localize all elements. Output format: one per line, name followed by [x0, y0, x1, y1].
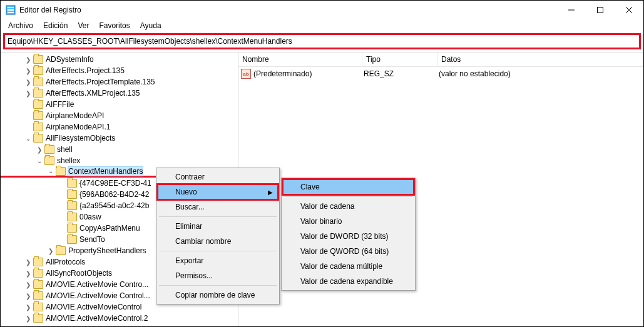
folder-icon [33, 123, 43, 131]
folder-icon [56, 167, 66, 176]
expand-icon[interactable] [23, 113, 33, 119]
tree-item[interactable]: AIFFFile [1, 99, 238, 110]
svg-rect-5 [598, 8, 603, 13]
minimize-button[interactable] [557, 1, 586, 19]
expand-icon[interactable]: ❯ [23, 270, 33, 277]
folder-icon [33, 78, 43, 86]
folder-icon [67, 235, 77, 244]
ctx-copy-key-name[interactable]: Copiar nombre de clave [158, 288, 278, 303]
ctx-permissions[interactable]: Permisos... [158, 268, 278, 283]
ctx-new-string[interactable]: Valor de cadena [283, 199, 414, 214]
folder-icon [33, 291, 43, 300]
expand-icon[interactable]: ❯ [23, 68, 33, 74]
folder-icon [44, 156, 54, 165]
folder-icon [67, 179, 77, 188]
tree-item[interactable]: ⌄AllFilesystemObjects [1, 133, 238, 144]
separator [159, 251, 277, 251]
folder-icon [33, 269, 43, 278]
menu-help[interactable]: Ayuda [135, 20, 166, 31]
folder-icon [33, 303, 43, 311]
folder-icon [33, 280, 43, 289]
tree-item[interactable]: ❯shell [1, 144, 238, 155]
ctx-new[interactable]: Nuevo▶ [158, 184, 278, 199]
folder-icon [33, 111, 43, 120]
expand-icon[interactable]: ❯ [23, 293, 33, 299]
folder-icon [67, 201, 77, 210]
svg-rect-2 [8, 9, 14, 11]
ctx-rename[interactable]: Cambiar nombre [158, 234, 278, 249]
address-text: Equipo\HKEY_CLASSES_ROOT\AllFilesystemOb… [8, 37, 292, 46]
string-value-icon: ab [241, 69, 251, 79]
ctx-new-dword[interactable]: Valor de DWORD (32 bits) [283, 229, 414, 244]
tree-item[interactable]: ❯AfterEffects.XMLProject.135 [1, 88, 238, 99]
menu-file[interactable]: Archivo [3, 20, 38, 31]
ctx-new-binary[interactable]: Valor binario [283, 214, 414, 229]
menu-bar: Archivo Edición Ver Favoritos Ayuda [1, 19, 643, 32]
ctx-delete[interactable]: Eliminar [158, 219, 278, 234]
expand-icon[interactable]: ❯ [23, 304, 33, 311]
value-name: (Predeterminado) [253, 69, 364, 78]
expand-icon[interactable]: ❯ [23, 281, 33, 288]
svg-rect-3 [8, 12, 14, 13]
folder-icon [33, 100, 43, 109]
expand-icon[interactable]: ❯ [23, 259, 33, 266]
tree-item[interactable]: ❯AfterEffects.Project.135 [1, 65, 238, 76]
folder-icon [33, 258, 43, 266]
context-menu: Contraer Nuevo▶ Buscar... Eliminar Cambi… [156, 168, 280, 304]
expand-icon[interactable]: ❯ [34, 146, 44, 153]
expand-icon[interactable]: ❯ [23, 56, 33, 63]
ctx-export[interactable]: Exportar [158, 253, 278, 268]
tree-item[interactable]: ❯AMOVIE.ActiveMovieControl.2 [1, 313, 238, 324]
tree-item[interactable]: AirplaneModeAPI [1, 110, 238, 121]
title-bar: Editor del Registro [1, 1, 643, 19]
ctx-collapse[interactable]: Contraer [158, 169, 278, 184]
value-type: REG_SZ [364, 69, 439, 78]
close-button[interactable] [615, 1, 643, 19]
ctx-find[interactable]: Buscar... [158, 199, 278, 214]
ctx-new-qword[interactable]: Valor de QWORD (64 bits) [283, 244, 414, 259]
expand-icon[interactable]: ❯ [23, 315, 33, 322]
tree-item[interactable]: ❯AfterEffects.ProjectTemplate.135 [1, 76, 238, 88]
separator [159, 216, 277, 217]
expand-icon[interactable]: ❯ [23, 90, 33, 97]
collapse-icon[interactable]: ⌄ [23, 135, 33, 142]
folder-icon [67, 190, 77, 199]
separator [284, 196, 412, 197]
ctx-new-key[interactable]: Clave [283, 179, 414, 194]
folder-icon [67, 213, 77, 221]
expand-icon[interactable] [23, 101, 33, 108]
address-bar[interactable]: Equipo\HKEY_CLASSES_ROOT\AllFilesystemOb… [3, 33, 641, 49]
folder-icon [56, 246, 66, 255]
submenu-arrow-icon: ▶ [268, 189, 273, 196]
folder-icon [33, 314, 43, 323]
folder-icon [33, 55, 43, 64]
col-type[interactable]: Tipo [362, 53, 437, 66]
tree-item[interactable]: AirplaneModeAPI.1 [1, 121, 238, 133]
folder-icon [67, 224, 77, 233]
window-controls [557, 1, 643, 19]
separator [159, 285, 277, 286]
folder-icon [44, 145, 54, 154]
col-data[interactable]: Datos [437, 53, 643, 66]
context-submenu-new: Clave Valor de cadena Valor binario Valo… [281, 178, 416, 291]
tree-item[interactable]: ❯ADSystemInfo [1, 54, 238, 65]
collapse-icon[interactable]: ⌄ [46, 168, 56, 174]
collapse-icon[interactable]: ⌄ [34, 158, 44, 164]
ctx-new-expandstring[interactable]: Valor de cadena expandible [283, 274, 414, 289]
menu-edit[interactable]: Edición [38, 20, 73, 31]
tree-item[interactable]: ⌄shellex [1, 155, 238, 166]
expand-icon[interactable]: ❯ [23, 79, 33, 86]
svg-rect-1 [8, 7, 14, 8]
list-header: Nombre Tipo Datos [238, 53, 643, 67]
col-name[interactable]: Nombre [238, 53, 362, 66]
expand-icon[interactable] [23, 124, 33, 131]
folder-icon [33, 89, 43, 98]
menu-favorites[interactable]: Favoritos [94, 20, 135, 31]
list-row[interactable]: ab (Predeterminado) REG_SZ (valor no est… [238, 67, 643, 81]
app-icon [6, 5, 16, 15]
menu-view[interactable]: Ver [73, 20, 94, 31]
maximize-button[interactable] [586, 1, 615, 19]
ctx-new-multistring[interactable]: Valor de cadena múltiple [283, 259, 414, 274]
expand-icon[interactable]: ❯ [46, 248, 56, 254]
value-data: (valor no establecido) [439, 69, 511, 78]
